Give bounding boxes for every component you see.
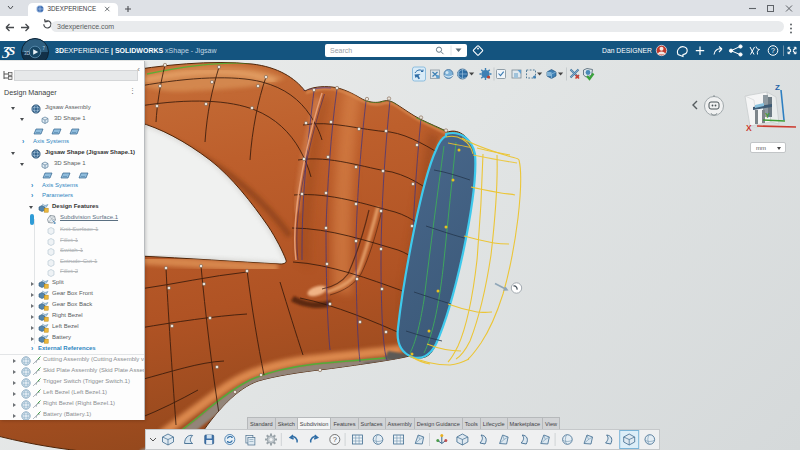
svg-text:Z: Z bbox=[775, 83, 780, 92]
svg-text:Dan DESIGNER: Dan DESIGNER bbox=[602, 47, 652, 54]
svg-text:3DEXPERIENCE: 3DEXPERIENCE bbox=[48, 5, 97, 12]
svg-text:Y: Y bbox=[765, 111, 770, 120]
svg-text:3D: 3D bbox=[24, 51, 31, 56]
svg-text:X: X bbox=[746, 123, 752, 133]
svg-text:?: ? bbox=[771, 47, 775, 54]
svg-text:ƷS: ƷS bbox=[1, 43, 15, 58]
svg-text:?: ? bbox=[333, 435, 337, 444]
